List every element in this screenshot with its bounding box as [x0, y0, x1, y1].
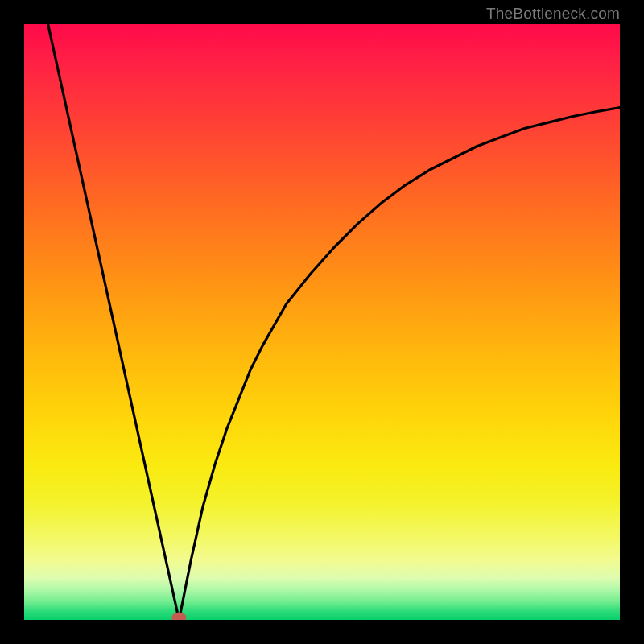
chart-overlay: [24, 24, 620, 620]
chart-frame: TheBottleneck.com: [0, 0, 644, 644]
watermark-text: TheBottleneck.com: [486, 5, 620, 23]
curve-group: [48, 24, 620, 620]
plot-area: [24, 24, 620, 620]
bottleneck-curve: [48, 24, 620, 620]
optimum-marker: [171, 613, 186, 621]
